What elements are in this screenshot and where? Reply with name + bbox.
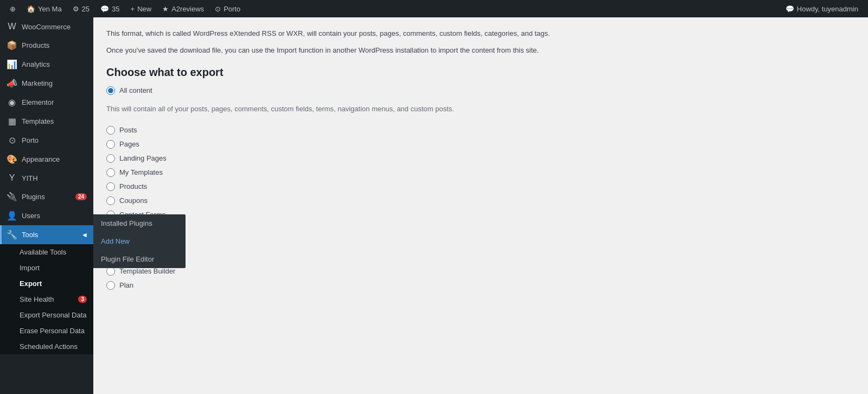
templates-icon: ▦ [7, 116, 17, 126]
tools-sub-available-tools[interactable]: Available Tools [0, 244, 93, 260]
plugins-dd-installed[interactable]: Installed Plugins [93, 214, 186, 232]
tools-sub-import[interactable]: Import [0, 260, 93, 276]
section-title: Choose what to export [106, 66, 595, 79]
radio-label-templates-builder: Templates Builder [119, 267, 175, 275]
radio-label-all-content: All content [119, 86, 152, 94]
radio-input-coupons[interactable] [106, 196, 115, 205]
adminbar-comments[interactable]: 💬 35 [95, 0, 125, 17]
intro-text-2: Once you've saved the download file, you… [106, 45, 595, 56]
elementor-icon: ◉ [7, 97, 17, 107]
sidebar-item-tools[interactable]: 🔧 Tools ◀ [0, 225, 93, 244]
plugins-dropdown-menu: Installed Plugins Add New Plugin File Ed… [93, 214, 186, 268]
sidebar-item-templates[interactable]: ▦ Templates [0, 112, 93, 131]
sidebar-item-elementor[interactable]: ◉ Elementor [0, 93, 93, 112]
sidebar-item-woocommerce[interactable]: W WooCommerce [0, 17, 93, 36]
plugins-dd-file-editor[interactable]: Plugin File Editor [93, 250, 186, 268]
marketing-icon: 📣 [7, 78, 17, 88]
adminbar-wp-logo[interactable]: ⊕ [4, 0, 21, 17]
sidebar-item-plugins[interactable]: 🔌 Plugins 24 [0, 187, 93, 206]
tools-sub-site-health[interactable]: Site Health 3 [0, 291, 93, 307]
wp-icon: ⊕ [10, 5, 16, 13]
radio-input-all-content[interactable] [106, 86, 115, 95]
appearance-icon: 🎨 [7, 154, 17, 164]
adminbar-site-name[interactable]: 🏠 Yen Ma [21, 0, 67, 17]
sidebar-item-products[interactable]: 📦 Products [0, 36, 93, 55]
radio-pages[interactable]: Pages [106, 140, 595, 149]
analytics-icon: 📊 [7, 59, 17, 69]
porto-sidebar-icon: ⊙ [7, 135, 17, 145]
admin-bar: ⊕ 🏠 Yen Ma ⚙ 25 💬 35 + New ★ A2reviews ⊙… [0, 0, 868, 17]
plugins-badge: 24 [75, 193, 87, 200]
radio-all-content[interactable]: All content [106, 86, 595, 95]
users-icon: 👤 [7, 211, 17, 221]
radio-input-plan[interactable] [106, 281, 115, 290]
radio-plan[interactable]: Plan [106, 281, 595, 290]
radio-input-products[interactable] [106, 182, 115, 191]
tools-sub-export[interactable]: Export [0, 276, 93, 291]
radio-input-my-templates[interactable] [106, 168, 115, 177]
radio-label-products: Products [119, 182, 147, 190]
porto-icon: ⊙ [215, 5, 221, 13]
tools-submenu: Available Tools Import Export Site Healt… [0, 244, 93, 354]
adminbar-porto[interactable]: ⊙ Porto [209, 0, 246, 17]
radio-input-landing-pages[interactable] [106, 154, 115, 163]
products-icon: 📦 [7, 40, 17, 50]
sidebar: W WooCommerce 📦 Products 📊 Analytics 📣 M… [0, 17, 93, 394]
radio-label-coupons: Coupons [119, 196, 148, 205]
radio-my-templates[interactable]: My Templates [106, 168, 595, 177]
a2reviews-icon: ★ [162, 5, 169, 13]
plugins-icon: 🔌 [7, 192, 17, 202]
site-health-badge: 3 [78, 296, 87, 303]
radio-label-pages: Pages [119, 140, 139, 148]
sidebar-item-marketing[interactable]: 📣 Marketing [0, 74, 93, 93]
chat-icon: 💬 [786, 5, 794, 13]
content-area: This format, which is called WordPress e… [93, 17, 868, 394]
adminbar-howdy[interactable]: 💬 Howdy, tuyenadmin [780, 0, 864, 17]
all-content-description: This will contain all of your posts, pag… [106, 105, 595, 113]
comment-icon: 💬 [100, 5, 109, 13]
sidebar-item-yith[interactable]: Y YITH [0, 169, 93, 187]
radio-landing-pages[interactable]: Landing Pages [106, 154, 595, 163]
radio-input-pages[interactable] [106, 140, 115, 149]
tools-sub-scheduled-actions[interactable]: Scheduled Actions [0, 339, 93, 354]
plus-icon: + [131, 5, 135, 13]
adminbar-a2reviews[interactable]: ★ A2reviews [157, 0, 209, 17]
radio-label-plan: Plan [119, 281, 133, 289]
tools-icon: 🔧 [7, 230, 17, 240]
sidebar-item-porto[interactable]: ⊙ Porto [0, 131, 93, 150]
customize-icon: ⚙ [73, 5, 79, 13]
radio-posts[interactable]: Posts [106, 126, 595, 135]
sidebar-item-users[interactable]: 👤 Users [0, 206, 93, 225]
tools-sub-erase-personal[interactable]: Erase Personal Data [0, 323, 93, 339]
radio-label-posts: Posts [119, 126, 137, 134]
collapse-arrow-icon: ◀ [82, 232, 87, 238]
radio-coupons[interactable]: Coupons [106, 196, 595, 205]
sidebar-item-appearance[interactable]: 🎨 Appearance [0, 150, 93, 169]
adminbar-new[interactable]: + New [125, 0, 157, 17]
radio-products[interactable]: Products [106, 182, 595, 191]
home-icon: 🏠 [27, 5, 35, 13]
yith-icon: Y [7, 173, 17, 183]
intro-text-1: This format, which is called WordPress e… [106, 28, 595, 40]
tools-sub-export-personal[interactable]: Export Personal Data [0, 307, 93, 323]
woocommerce-icon: W [7, 22, 17, 31]
radio-label-landing-pages: Landing Pages [119, 154, 167, 162]
plugins-dd-add-new[interactable]: Add New [93, 232, 186, 250]
adminbar-customize[interactable]: ⚙ 25 [67, 0, 95, 17]
radio-input-posts[interactable] [106, 126, 115, 135]
radio-label-my-templates: My Templates [119, 168, 163, 176]
sidebar-item-analytics[interactable]: 📊 Analytics [0, 55, 93, 74]
